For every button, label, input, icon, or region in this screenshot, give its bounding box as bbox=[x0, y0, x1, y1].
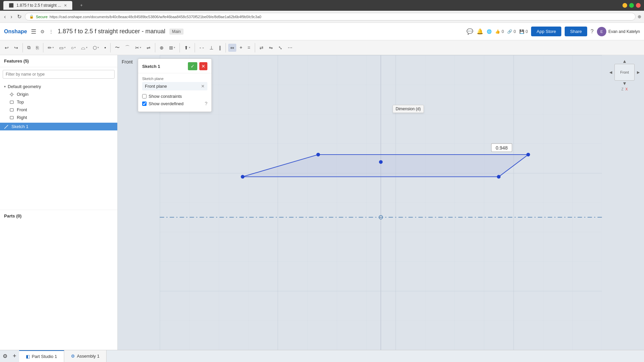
midpoint-button[interactable]: ⊥ bbox=[207, 44, 215, 52]
axis-labels: Z X bbox=[621, 87, 628, 91]
show-overdefined-checkbox[interactable] bbox=[142, 102, 147, 106]
feature-label: Right bbox=[17, 115, 27, 120]
flip-button[interactable]: ⇄ bbox=[257, 44, 266, 52]
browser-tab-new[interactable]: + bbox=[75, 1, 88, 10]
link-button[interactable]: 🔗 0 bbox=[507, 29, 516, 34]
tab-part-studio[interactable]: ◧ Part Studio 1 bbox=[19, 350, 64, 362]
rectangle-button[interactable]: ▭▾ bbox=[57, 44, 68, 52]
hamburger-menu-icon[interactable]: ☰ bbox=[31, 28, 36, 35]
coincident-icon: ⋯ bbox=[288, 45, 292, 50]
onshape-logo[interactable]: Onshape bbox=[4, 29, 27, 35]
view-up-arrow[interactable]: ▲ bbox=[622, 58, 627, 64]
linear-pattern-button[interactable]: ⊞▾ bbox=[167, 44, 177, 52]
plane-icon bbox=[9, 108, 14, 112]
view-cube-face[interactable]: Front bbox=[614, 64, 635, 81]
reload-button[interactable]: ↻ bbox=[16, 13, 23, 21]
window-minimize-button[interactable] bbox=[622, 3, 627, 8]
toolbar-right: 💬 🔔 🌐 👍 0 🔗 0 💾 0 App Store Share ? E Ev… bbox=[467, 27, 640, 36]
help-button[interactable]: ? bbox=[591, 29, 594, 35]
save-button[interactable]: 💾 0 bbox=[519, 29, 528, 34]
dimension-button[interactable]: ⇔ bbox=[228, 44, 236, 52]
default-geometry-header[interactable]: ▾ Default geometry bbox=[0, 83, 117, 90]
browser-tab-active[interactable]: ⬛ 1.875 f to 2.5 f straight ... ✕ bbox=[3, 1, 72, 10]
feature-sketch1[interactable]: Sketch 1 bbox=[0, 123, 117, 130]
show-constraints-checkbox[interactable] bbox=[142, 94, 147, 98]
tab-add-button[interactable]: + bbox=[10, 350, 19, 362]
user-name: Evan and Katelyn bbox=[608, 29, 640, 34]
separator-5 bbox=[179, 43, 180, 52]
sketch-cancel-button[interactable]: ✕ bbox=[199, 62, 207, 70]
notifications-button[interactable]: 🔔 bbox=[477, 28, 483, 35]
app-store-button[interactable]: App Store bbox=[531, 27, 561, 36]
mirror-button[interactable]: ⇌ bbox=[145, 44, 153, 52]
transform-button[interactable]: ⊕ bbox=[158, 44, 166, 52]
sketch-confirm-button[interactable]: ✓ bbox=[188, 62, 197, 70]
polygon-button[interactable]: ⬡▾ bbox=[91, 44, 101, 52]
paste-button[interactable]: ⎘ bbox=[34, 44, 41, 52]
logo-text: Onshape bbox=[4, 29, 27, 35]
trim-button[interactable]: ✂▾ bbox=[133, 44, 143, 52]
address-input[interactable]: 🔒 Secure https://cad.onshape.com/documen… bbox=[25, 13, 636, 21]
copy-icon: ⧉ bbox=[27, 45, 31, 50]
fillet-button[interactable]: ⌒ bbox=[123, 43, 132, 52]
equal-constraint-button[interactable]: = bbox=[246, 44, 252, 52]
view-left-arrow[interactable]: ◄ bbox=[608, 70, 613, 75]
parts-header: Parts (0) bbox=[0, 210, 117, 222]
feature-top[interactable]: Top bbox=[0, 98, 117, 106]
feature-right[interactable]: Right bbox=[0, 114, 117, 121]
feature-front[interactable]: Front bbox=[0, 106, 117, 114]
undo-button[interactable]: ↩ bbox=[3, 44, 11, 52]
tooltip-text: Dimension (d) bbox=[396, 107, 421, 111]
share-button[interactable]: Share bbox=[565, 27, 587, 36]
user-avatar[interactable]: E Evan and Katelyn bbox=[597, 27, 640, 36]
canvas-area[interactable]: Front Sketch 1 ✓ ✕ Sketch plane Front pl… bbox=[118, 55, 644, 350]
window-maximize-button[interactable] bbox=[629, 3, 634, 8]
view-right-arrow[interactable]: ► bbox=[636, 70, 641, 75]
point-button[interactable]: • bbox=[102, 44, 108, 52]
line-button[interactable]: ✏▾ bbox=[46, 44, 56, 52]
transform-icon: ⊕ bbox=[160, 45, 164, 50]
filter-input[interactable] bbox=[3, 70, 115, 79]
constraint-icon: ∥ bbox=[219, 45, 221, 50]
like-button[interactable]: 👍 0 bbox=[495, 29, 504, 34]
circle-button[interactable]: ○▾ bbox=[69, 44, 78, 52]
help-icon[interactable]: ? bbox=[205, 101, 207, 106]
default-geometry-group: ▾ Default geometry Origin Top bbox=[0, 81, 117, 123]
copy-button[interactable]: ⧉ bbox=[25, 43, 33, 52]
circle-icon: ○ bbox=[71, 45, 74, 50]
title-bar: ⬛ 1.875 f to 2.5 f straight ... ✕ + bbox=[0, 0, 644, 11]
spline-button[interactable]: 〜 bbox=[113, 43, 122, 52]
chevron-down-icon: ▾ bbox=[4, 85, 6, 88]
forward-button[interactable]: › bbox=[9, 13, 13, 21]
auto-dimension-button[interactable]: ⌖ bbox=[238, 43, 244, 52]
toolbar-config-icon[interactable]: ⚙ bbox=[40, 29, 45, 34]
window-close-button[interactable] bbox=[636, 3, 641, 8]
globe-button[interactable]: 🌐 bbox=[487, 29, 492, 34]
construction-button[interactable]: - - bbox=[197, 44, 206, 52]
export-sketch-button[interactable]: ⬆▾ bbox=[182, 44, 192, 52]
equal-constraint-icon: = bbox=[248, 45, 250, 50]
dimension-tooltip: Dimension (d) bbox=[393, 105, 424, 113]
tab-close-icon[interactable]: ✕ bbox=[64, 3, 67, 8]
view-down-arrow[interactable]: ▼ bbox=[622, 81, 627, 86]
branch-badge[interactable]: Main bbox=[169, 29, 184, 35]
sketch-plane-close-icon[interactable]: ✕ bbox=[201, 84, 205, 89]
secure-icon: 🔒 bbox=[29, 14, 34, 19]
tab-assembly[interactable]: ⚙ Assembly 1 bbox=[64, 350, 107, 362]
coincident-button[interactable]: ⋯ bbox=[286, 44, 294, 52]
feature-origin[interactable]: Origin bbox=[0, 90, 117, 98]
document-title: 1.875 f to 2.5 f straight reducer - manu… bbox=[57, 28, 165, 35]
window-controls bbox=[622, 3, 641, 8]
redo-button[interactable]: ↪ bbox=[12, 44, 20, 52]
constraint-button[interactable]: ∥ bbox=[217, 44, 223, 52]
tangent-button[interactable]: ⤡ bbox=[276, 44, 284, 52]
dimension-icon: ⇔ bbox=[230, 45, 234, 50]
svg-point-0 bbox=[11, 93, 13, 95]
symmetry-button[interactable]: ⇋ bbox=[267, 44, 275, 52]
tab-settings-icon[interactable]: ⚙ bbox=[0, 350, 10, 362]
search-icon[interactable]: ⊕ bbox=[638, 14, 641, 19]
back-button[interactable]: ‹ bbox=[3, 13, 7, 21]
arc-button[interactable]: ⌓▾ bbox=[79, 43, 89, 52]
chat-button[interactable]: 💬 bbox=[467, 28, 473, 35]
toolbar-options-icon[interactable]: ⋮ bbox=[49, 29, 53, 34]
